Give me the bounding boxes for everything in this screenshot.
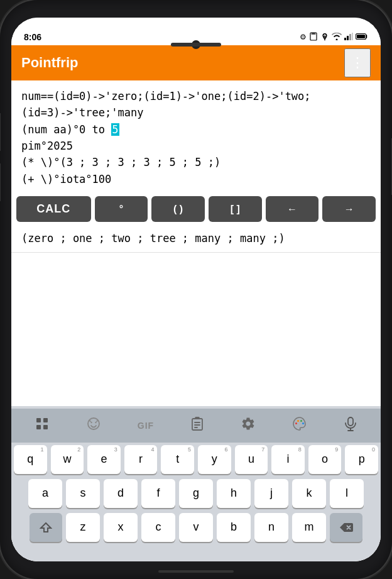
svg-rect-2 <box>313 33 314 35</box>
key-row-2: a s d f g h j k l <box>14 479 378 508</box>
key-c[interactable]: c <box>141 513 175 542</box>
mic-icon <box>344 416 357 435</box>
emoji-button[interactable] <box>81 414 106 438</box>
paren-button[interactable]: ( ) <box>151 196 205 222</box>
svg-point-23 <box>297 420 299 422</box>
mic-button[interactable] <box>339 414 362 438</box>
app-bar: Pointfrip ⋮ <box>11 45 381 80</box>
key-row-1: 1q 2w 3e 4r 5t 6y 7u 8i 9o 0p <box>14 445 378 474</box>
settings-button[interactable] <box>236 414 261 438</box>
phone-frame: 8:06 ⚙ <box>0 0 392 579</box>
svg-rect-1 <box>312 33 313 35</box>
svg-point-24 <box>300 420 302 422</box>
spacer <box>11 253 381 405</box>
location-icon <box>320 32 329 43</box>
editor-text[interactable]: num==(id=0)->'zero;(id=1)->'one;(id=2)->… <box>21 88 371 187</box>
key-i[interactable]: 8i <box>271 445 305 474</box>
key-row-3: z x c v b n m <box>14 513 378 542</box>
result-text: (zero ; one ; two ; tree ; many ; many ;… <box>21 232 371 245</box>
home-indicator <box>158 570 234 573</box>
right-arrow-button[interactable]: → <box>322 196 376 222</box>
key-j[interactable]: j <box>254 479 288 508</box>
svg-rect-14 <box>43 425 48 429</box>
signal-icon <box>344 33 353 42</box>
keyboard-area: GIF <box>11 406 381 561</box>
bracket-button[interactable]: [ ] <box>209 196 262 222</box>
key-x[interactable]: x <box>104 513 138 542</box>
svg-rect-10 <box>357 35 365 38</box>
palette-button[interactable] <box>287 414 312 438</box>
key-n[interactable]: n <box>254 513 288 542</box>
app-title: Pointfrip <box>21 55 78 71</box>
gif-button[interactable]: GIF <box>133 418 159 433</box>
content-area: num==(id=0)->'zero;(id=1)->'one;(id=2)->… <box>11 80 381 561</box>
delete-button[interactable] <box>330 513 362 542</box>
svg-point-25 <box>302 422 304 424</box>
key-h[interactable]: h <box>217 479 251 508</box>
key-m[interactable]: m <box>292 513 326 542</box>
key-a[interactable]: a <box>28 479 62 508</box>
left-arrow-button[interactable]: ← <box>266 196 319 222</box>
key-o[interactable]: 9o <box>308 445 342 474</box>
svg-point-17 <box>95 421 96 422</box>
apps-button[interactable] <box>30 414 55 438</box>
key-g[interactable]: g <box>179 479 213 508</box>
key-b[interactable]: b <box>217 513 251 542</box>
settings-icon: ⚙ <box>300 33 307 41</box>
svg-rect-11 <box>36 418 41 422</box>
key-y[interactable]: 6y <box>198 445 231 474</box>
key-f[interactable]: f <box>141 479 175 508</box>
clipboard-icon <box>190 416 204 435</box>
key-w[interactable]: 2w <box>51 445 84 474</box>
key-p[interactable]: 0p <box>345 445 378 474</box>
svg-rect-5 <box>344 38 346 40</box>
svg-point-16 <box>90 421 92 422</box>
key-v[interactable]: v <box>179 513 213 542</box>
keyboard-settings-icon <box>241 416 256 435</box>
calc-button[interactable]: CALC <box>16 196 91 222</box>
key-d[interactable]: d <box>104 479 138 508</box>
key-e[interactable]: 3e <box>87 445 121 474</box>
wifi-icon <box>332 33 342 42</box>
svg-rect-18 <box>192 419 202 430</box>
svg-point-22 <box>295 422 297 424</box>
svg-rect-26 <box>348 417 353 426</box>
key-u[interactable]: 7u <box>235 445 268 474</box>
battery-icon <box>356 33 368 42</box>
svg-rect-3 <box>315 33 316 35</box>
key-s[interactable]: s <box>66 479 100 508</box>
keyboard-rows: 1q 2w 3e 4r 5t 6y 7u 8i 9o 0p a s <box>11 443 381 561</box>
key-k[interactable]: k <box>292 479 326 508</box>
speaker <box>171 43 221 47</box>
key-q[interactable]: 1q <box>14 445 47 474</box>
screen: 8:06 ⚙ <box>11 18 381 561</box>
svg-rect-7 <box>349 34 351 40</box>
cursor: 5 <box>111 123 119 136</box>
svg-rect-6 <box>347 36 349 40</box>
svg-rect-12 <box>43 418 48 422</box>
status-icons: ⚙ <box>300 32 368 43</box>
sdcard-icon <box>309 32 318 43</box>
emoji-icon <box>86 416 101 435</box>
calc-toolbar: CALC ° ( ) [ ] ← → <box>11 192 381 226</box>
key-l[interactable]: l <box>330 479 364 508</box>
result-area: (zero ; one ; two ; tree ; many ; many ;… <box>11 226 381 253</box>
gif-label: GIF <box>138 421 154 431</box>
status-time: 8:06 <box>24 32 41 42</box>
key-r[interactable]: 4r <box>124 445 158 474</box>
apps-icon <box>35 416 50 435</box>
keyboard-toolbar: GIF <box>11 409 381 443</box>
svg-rect-13 <box>36 425 41 429</box>
overflow-menu-button[interactable]: ⋮ <box>344 48 371 77</box>
palette-icon <box>292 416 307 435</box>
key-t[interactable]: 5t <box>161 445 194 474</box>
svg-rect-8 <box>352 33 353 40</box>
degree-button[interactable]: ° <box>95 196 148 222</box>
clipboard-button[interactable] <box>185 414 209 438</box>
editor-area[interactable]: num==(id=0)->'zero;(id=1)->'one;(id=2)->… <box>11 80 381 192</box>
key-z[interactable]: z <box>66 513 100 542</box>
shift-button[interactable] <box>30 513 62 542</box>
